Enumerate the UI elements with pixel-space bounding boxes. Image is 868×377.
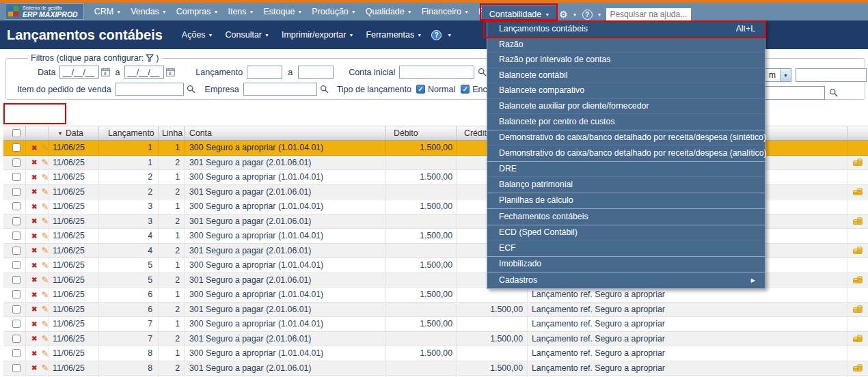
edit-icon[interactable]: ✎ xyxy=(41,231,49,241)
row-checkbox[interactable] xyxy=(12,290,21,298)
edit-icon[interactable]: ✎ xyxy=(41,275,49,285)
menubar-item-crm[interactable]: CRM▼ xyxy=(90,3,126,20)
item-pedido-input[interactable] xyxy=(116,83,184,96)
select-all-checkbox[interactable] xyxy=(12,129,21,137)
row-checkbox[interactable] xyxy=(12,158,21,167)
menubar-item-vendas[interactable]: Vendas▼ xyxy=(126,3,172,20)
menubar-item-producao[interactable]: Produção▼ xyxy=(307,3,360,20)
dropdown-item-imobilizado[interactable]: Imobilizado xyxy=(487,257,765,273)
row-checkbox[interactable] xyxy=(12,173,21,181)
filter-input-right-1[interactable] xyxy=(796,68,867,82)
calendar-icon[interactable]: 8 xyxy=(166,68,175,76)
row-checkbox[interactable] xyxy=(12,217,21,225)
menubar-item-qualidade[interactable]: Qualidade▼ xyxy=(361,3,417,20)
row-checkbox[interactable] xyxy=(12,320,21,328)
header-conta[interactable]: Conta xyxy=(185,126,386,140)
coins-icon[interactable] xyxy=(852,186,863,197)
app-logo[interactable]: Sistema de gestão ERP MAXIPROD xyxy=(5,3,84,20)
row-checkbox[interactable] xyxy=(12,232,21,240)
coins-icon[interactable] xyxy=(852,333,863,344)
row-checkbox[interactable] xyxy=(12,349,21,357)
edit-icon[interactable]: ✎ xyxy=(41,172,49,182)
row-checkbox[interactable] xyxy=(12,305,21,313)
delete-icon[interactable]: ✖ xyxy=(31,173,37,181)
funnel-icon[interactable] xyxy=(146,54,154,62)
edit-icon[interactable]: ✎ xyxy=(41,143,49,153)
delete-icon[interactable]: ✖ xyxy=(31,247,37,254)
delete-icon[interactable]: ✖ xyxy=(31,320,37,328)
menubar-item-estoque[interactable]: Estoque▼ xyxy=(258,3,307,20)
dropdown-item-razao-por-intervalo-de-contas[interactable]: Razão por intervalo de contas xyxy=(487,53,765,68)
row-checkbox[interactable] xyxy=(12,143,21,152)
delete-icon[interactable]: ✖ xyxy=(31,276,37,283)
coins-icon[interactable] xyxy=(852,363,863,374)
gear-icon[interactable]: ⚙ xyxy=(559,9,568,20)
calendar-icon[interactable]: 8 xyxy=(101,68,110,76)
table-row[interactable]: ✖✎11/06/2572301 Seguro a pagar (2.01.06.… xyxy=(3,332,868,347)
titlebar-menu-imprimir-exportar[interactable]: Imprimir/exportar▼ xyxy=(282,30,353,40)
chevron-down-icon[interactable]: ▼ xyxy=(573,12,578,17)
dropdown-item-lancamentos-contabeis[interactable]: Lançamentos contábeisAlt+L xyxy=(487,21,765,37)
delete-icon[interactable]: ✖ xyxy=(31,144,37,152)
edit-icon[interactable]: ✎ xyxy=(41,260,49,270)
edit-icon[interactable]: ✎ xyxy=(41,348,49,359)
edit-icon[interactable]: ✎ xyxy=(41,216,49,226)
delete-icon[interactable]: ✖ xyxy=(31,350,37,357)
coins-icon[interactable] xyxy=(852,216,863,227)
coins-icon[interactable] xyxy=(852,157,863,168)
table-row[interactable]: ✖✎11/06/2582301 Seguro a pagar (2.01.06.… xyxy=(3,361,868,376)
edit-icon[interactable]: ✎ xyxy=(41,157,49,167)
edit-icon[interactable]: ✎ xyxy=(41,201,49,212)
row-checkbox[interactable] xyxy=(12,364,21,372)
dropdown-item-demonstrativo-do-caixa-banco-detalhado-por[interactable]: Demonstrativo do caixa/banco detalhado p… xyxy=(487,130,765,146)
header-debito[interactable]: Débito xyxy=(386,126,457,140)
help-icon[interactable]: ? xyxy=(431,30,442,40)
row-checkbox[interactable] xyxy=(12,247,21,255)
header-select-all[interactable] xyxy=(3,126,26,140)
row-checkbox[interactable] xyxy=(12,335,21,343)
dropdown-item-balancete-comparativo[interactable]: Balancete comparativo xyxy=(487,83,765,99)
edit-icon[interactable]: ✎ xyxy=(41,245,49,255)
edit-icon[interactable]: ✎ xyxy=(41,186,49,197)
coins-icon[interactable] xyxy=(852,304,863,315)
encerramento-checkbox[interactable]: ✓ xyxy=(461,85,470,94)
header-linha[interactable]: Linha xyxy=(159,126,185,140)
delete-icon[interactable]: ✖ xyxy=(31,217,37,225)
dropdown-item-fechamentos-contabeis[interactable]: Fechamentos contábeis xyxy=(487,209,765,225)
delete-icon[interactable]: ✖ xyxy=(31,188,37,195)
delete-icon[interactable]: ✖ xyxy=(31,262,37,269)
dropdown-item-demonstrativo-do-caixa-banco-detalhado-por[interactable]: Demonstrativo do caixa/banco detalhado p… xyxy=(487,145,765,161)
date-to-input[interactable]: __/__/__ xyxy=(124,66,164,79)
table-row[interactable]: ✖✎11/06/2561300 Seguro a apropriar (1.01… xyxy=(3,288,868,303)
menubar-item-itens[interactable]: Itens▼ xyxy=(223,3,258,20)
delete-icon[interactable]: ✖ xyxy=(31,364,37,372)
dropdown-item-balancete-contabil[interactable]: Balancete contábil xyxy=(487,68,765,84)
table-row[interactable]: ✖✎11/06/2562301 Seguro a pagar (2.01.06.… xyxy=(3,303,868,318)
chevron-down-icon[interactable]: ▼ xyxy=(447,33,452,38)
titlebar-menu-acoes[interactable]: Ações▼ xyxy=(182,30,213,40)
lancamento-to-input[interactable] xyxy=(298,66,334,79)
coins-icon[interactable] xyxy=(852,275,863,285)
edit-icon[interactable]: ✎ xyxy=(41,304,49,314)
dropdown-item-balanco-patrimonial[interactable]: Balanço patrimonial xyxy=(487,177,765,193)
header-lancamento[interactable]: Lançamento xyxy=(99,126,159,140)
search-icon[interactable] xyxy=(320,85,329,94)
row-checkbox[interactable] xyxy=(12,188,21,196)
menubar-item-financeiro[interactable]: Financeiro▼ xyxy=(417,3,474,20)
dropdown-item-ecd-sped-contabil[interactable]: ECD (Sped Contábil) xyxy=(487,225,765,241)
delete-icon[interactable]: ✖ xyxy=(31,305,37,313)
chevron-down-icon[interactable]: ▼ xyxy=(597,12,602,17)
row-checkbox[interactable] xyxy=(12,276,21,284)
date-from-input[interactable]: __/__/__ xyxy=(59,66,99,79)
edit-icon[interactable]: ✎ xyxy=(41,319,49,329)
row-checkbox[interactable] xyxy=(12,261,21,269)
table-row[interactable]: ✖✎11/06/2581300 Seguro a apropriar (1.01… xyxy=(3,346,868,361)
dropdown-item-ecf[interactable]: ECF xyxy=(487,240,765,256)
delete-icon[interactable]: ✖ xyxy=(31,203,37,210)
dropdown-item-cadastros[interactable]: Cadastros▶ xyxy=(487,273,765,288)
edit-icon[interactable]: ✎ xyxy=(41,290,49,300)
menubar-item-compras[interactable]: Compras▼ xyxy=(172,3,223,20)
search-icon[interactable] xyxy=(829,88,838,97)
edit-icon[interactable]: ✎ xyxy=(41,333,49,344)
normal-checkbox[interactable]: ✓ xyxy=(416,85,425,94)
